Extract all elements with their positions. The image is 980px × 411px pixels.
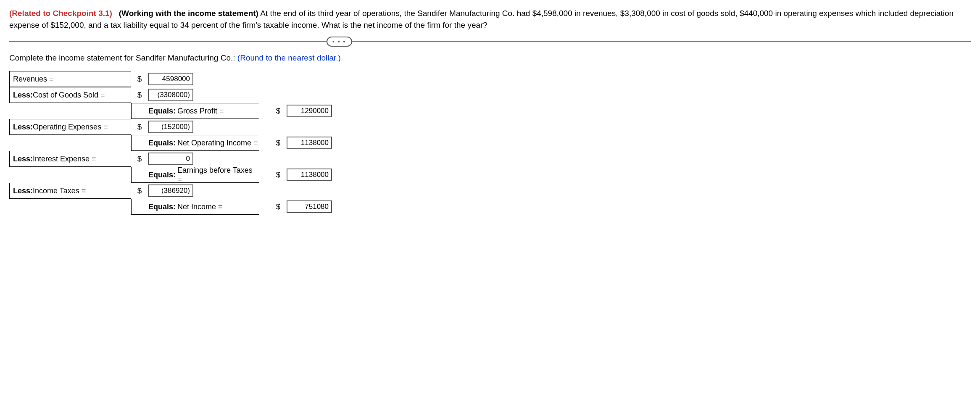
expand-button[interactable]: • • •: [327, 37, 352, 47]
row-cogs: Less: Cost of Goods Sold = $: [9, 87, 362, 103]
dollar-sign: $: [131, 186, 148, 195]
dollar-sign: $: [270, 138, 287, 148]
label-ebt: Equals: Earnings before Taxes =: [131, 167, 259, 183]
row-opex: Less: Operating Expenses = $: [9, 119, 362, 135]
row-noi: Equals: Net Operating Income = $: [9, 135, 362, 151]
checkpoint-ref: (Related to Checkpoint 3.1): [9, 9, 112, 18]
dollar-sign: $: [131, 122, 148, 132]
input-ebt[interactable]: [287, 169, 332, 181]
dollar-sign: $: [270, 202, 287, 211]
input-taxes[interactable]: [148, 184, 193, 197]
row-revenues: Revenues = $: [9, 71, 362, 87]
problem-statement: (Related to Checkpoint 3.1) (Working wit…: [9, 8, 971, 31]
dollar-sign: $: [270, 170, 287, 179]
label-opex: Less: Operating Expenses =: [9, 119, 131, 135]
label-taxes: Less: Income Taxes =: [9, 183, 131, 199]
label-net-income: Equals: Net Income =: [131, 199, 259, 215]
row-gross-profit: Equals: Gross Profit = $: [9, 103, 362, 119]
section-divider: • • •: [9, 41, 971, 42]
dollar-sign: $: [131, 154, 148, 163]
label-interest: Less: Interest Expense =: [9, 151, 131, 167]
input-noi[interactable]: [287, 137, 332, 149]
dollar-sign: $: [131, 90, 148, 100]
input-net-income[interactable]: [287, 200, 332, 213]
rounding-hint: (Round to the nearest dollar.): [237, 53, 341, 62]
problem-title: (Working with the income statement): [119, 9, 258, 18]
row-taxes: Less: Income Taxes = $: [9, 183, 362, 199]
label-noi: Equals: Net Operating Income =: [131, 135, 259, 151]
label-revenues: Revenues =: [9, 71, 131, 87]
label-gross-profit: Equals: Gross Profit =: [131, 103, 259, 119]
dollar-sign: $: [270, 106, 287, 116]
income-statement: Revenues = $ Less: Cost of Goods Sold = …: [9, 71, 362, 215]
input-revenues[interactable]: [148, 73, 193, 85]
input-cogs[interactable]: [148, 89, 193, 101]
input-gross-profit[interactable]: [287, 105, 332, 117]
input-opex[interactable]: [148, 121, 193, 133]
row-ebt: Equals: Earnings before Taxes = $: [9, 167, 362, 183]
instruction-line: Complete the income statement for Sandif…: [9, 53, 971, 63]
label-cogs: Less: Cost of Goods Sold =: [9, 87, 131, 103]
row-net-income: Equals: Net Income = $: [9, 199, 362, 215]
row-interest: Less: Interest Expense = $: [9, 151, 362, 167]
dollar-sign: $: [131, 74, 148, 84]
input-interest[interactable]: [148, 153, 193, 165]
